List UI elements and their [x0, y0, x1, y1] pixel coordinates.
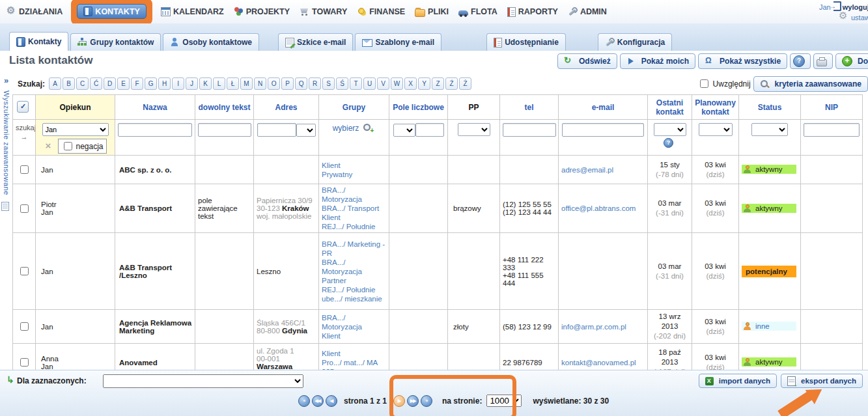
column-header-grupy[interactable]: Grupy: [319, 95, 389, 120]
letter-button[interactable]: Ż: [459, 77, 471, 90]
column-header-ostatni-kontakt[interactable]: Ostatni kontakt: [648, 95, 692, 120]
email-link[interactable]: adres@email.pl: [561, 166, 613, 174]
letter-button[interactable]: I: [172, 77, 184, 90]
expand-icon[interactable]: »: [4, 76, 8, 85]
nav-item-kontakty[interactable]: KONTAKTY: [77, 4, 147, 19]
tab-szablony-e-mail[interactable]: Szablony e-mail: [355, 33, 441, 51]
filter-input-adres[interactable]: [257, 123, 296, 137]
group-link[interactable]: Prywatny: [322, 170, 386, 179]
letter-button[interactable]: Ź: [445, 77, 458, 90]
letter-button[interactable]: H: [158, 77, 171, 90]
drukuj-button[interactable]: [813, 53, 833, 69]
filter-input-pole-liczbowe[interactable]: [415, 123, 444, 137]
tab-grupy-kontaktow[interactable]: Grupy kontaktów: [70, 33, 161, 51]
filter-select-status[interactable]: [751, 123, 788, 136]
group-link[interactable]: Partner: [322, 276, 386, 285]
column-header-pole-liczbowe[interactable]: Pole liczbowe: [389, 95, 448, 120]
group-link[interactable]: REJ.../ Południe: [322, 222, 386, 231]
letter-button[interactable]: W: [391, 77, 403, 90]
filter-input-dowolny-tekst[interactable]: [198, 123, 251, 137]
nav-item-flota[interactable]: FLOTA: [458, 7, 497, 16]
page-prev-button[interactable]: ◀: [326, 395, 337, 407]
letter-button[interactable]: X: [404, 77, 417, 90]
column-header-select[interactable]: [13, 95, 36, 120]
email-link[interactable]: kontakt@anovamed.pl: [561, 359, 636, 367]
group-link[interactable]: BRA.../ Transport: [322, 204, 386, 213]
odswiez-button[interactable]: Odśwież: [557, 53, 617, 69]
filter-select-planowany-kontakt[interactable]: [699, 123, 733, 136]
row-checkbox[interactable]: [20, 358, 29, 367]
group-link[interactable]: BRA.../ Marketing - PR: [322, 240, 386, 258]
filter-select-adres[interactable]: [296, 124, 316, 137]
group-link[interactable]: BRA.../ Motoryzacja: [322, 313, 386, 331]
for-selected-select[interactable]: [103, 374, 303, 388]
page-last-button[interactable]: »: [421, 395, 432, 407]
group-link[interactable]: REJ.../ Południe: [322, 285, 386, 294]
letter-button[interactable]: Y: [418, 77, 430, 90]
letter-button[interactable]: O: [268, 77, 280, 90]
column-header-nazwa[interactable]: Nazwa: [115, 95, 195, 120]
filter-select-pole-liczbowe[interactable]: [393, 124, 415, 137]
tab-konfiguracja[interactable]: Konfiguracja: [598, 33, 672, 51]
pokaz-wszystkie-button[interactable]: Pokaż wszystkie: [698, 53, 787, 69]
letter-button[interactable]: Ł: [227, 77, 239, 90]
group-link[interactable]: Pro.../ mat.../ MA 905: [322, 358, 386, 370]
letter-button[interactable]: B: [63, 77, 75, 90]
advanced-search-strip[interactable]: » Wyszukiwanie zaawansowane: [0, 73, 12, 370]
email-link[interactable]: office@pl.abtrans.com: [561, 204, 636, 212]
group-link[interactable]: Klient: [322, 213, 386, 222]
export-data-button[interactable]: eksport danych: [781, 374, 863, 388]
tab-kontakty[interactable]: Kontakty: [9, 32, 68, 51]
column-header-adres[interactable]: Adres: [254, 95, 319, 120]
letter-button[interactable]: U: [363, 77, 376, 90]
filter-input-tel[interactable]: [503, 123, 556, 137]
row-checkbox[interactable]: [20, 267, 29, 275]
letter-button[interactable]: Ć: [90, 77, 102, 90]
letter-button[interactable]: J: [186, 77, 198, 90]
page-next-button[interactable]: ▶: [393, 395, 405, 407]
column-header-opiekun[interactable]: Opiekun: [36, 95, 115, 120]
email-link[interactable]: info@arm.pr.com.pl: [561, 323, 626, 331]
import-data-button[interactable]: import danych: [699, 374, 777, 388]
per-page-select[interactable]: 1000: [486, 395, 522, 407]
nav-item-kalendarz[interactable]: KALENDARZ: [161, 7, 224, 16]
letter-button[interactable]: D: [104, 77, 116, 90]
letter-button[interactable]: E: [117, 77, 130, 90]
row-checkbox[interactable]: [20, 322, 29, 331]
filter-select-ostatni-kontakt[interactable]: [654, 123, 686, 136]
filter-input-nip[interactable]: [804, 123, 860, 137]
group-link[interactable]: Klient: [322, 331, 386, 340]
tab-osoby-kontaktowe[interactable]: Osoby kontaktowe: [163, 33, 259, 51]
group-link[interactable]: ube.../ mieszkanie: [322, 294, 386, 303]
page-fast-prev-button[interactable]: ◀◀: [312, 395, 324, 407]
filter-input-e-mail[interactable]: [562, 123, 644, 137]
nav-item-finanse[interactable]: FINANSE: [357, 7, 405, 16]
filter-select-opiekun[interactable]: Jan: [42, 123, 109, 136]
uwzglednij-checkbox[interactable]: [700, 79, 708, 88]
page-fast-next-button[interactable]: ▶▶: [407, 395, 419, 407]
letter-button[interactable]: C: [76, 77, 89, 90]
tab-udostepnianie[interactable]: Udostępnianie: [486, 33, 566, 51]
row-checkbox[interactable]: [20, 204, 29, 213]
letter-button[interactable]: P: [281, 77, 294, 90]
wybierz-link[interactable]: wybierz: [333, 124, 359, 133]
nav-item-dzialania[interactable]: DZIAŁANIA: [7, 7, 63, 16]
letter-button[interactable]: A: [49, 77, 61, 90]
letter-button[interactable]: F: [131, 77, 143, 90]
letter-button[interactable]: L: [213, 77, 225, 90]
column-header-dowolny-tekst[interactable]: dowolny tekst: [195, 95, 254, 120]
letter-button[interactable]: K: [199, 77, 212, 90]
column-header-planowany-kontakt[interactable]: Planowany kontakt: [692, 95, 739, 120]
column-header-status[interactable]: Status: [739, 95, 801, 120]
group-link[interactable]: Klient: [322, 161, 386, 170]
filter-input-nazwa[interactable]: [118, 123, 192, 137]
row-checkbox[interactable]: [20, 165, 29, 174]
group-link[interactable]: BRA.../ Motoryzacja: [322, 258, 386, 276]
letter-button[interactable]: Ś: [336, 77, 348, 90]
letter-button[interactable]: T: [350, 77, 362, 90]
negacja-checkbox[interactable]: [64, 142, 72, 150]
column-header-e-mail[interactable]: e-mail: [559, 95, 648, 120]
tab-szkice-e-mail[interactable]: Szkice e-mail: [278, 33, 353, 51]
column-header-tel[interactable]: tel: [500, 95, 559, 120]
column-header-nip[interactable]: NIP: [801, 95, 863, 120]
